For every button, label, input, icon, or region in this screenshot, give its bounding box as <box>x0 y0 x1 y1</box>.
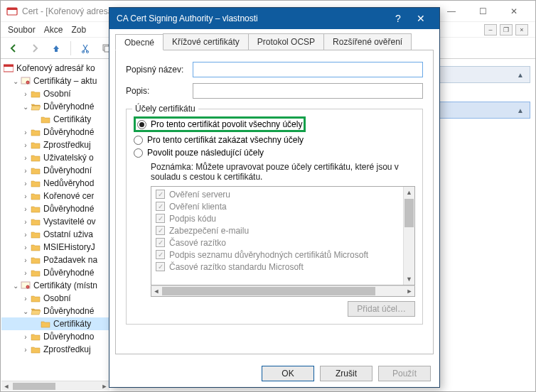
scroll-left-icon[interactable]: ◄ <box>151 287 161 295</box>
tree-item[interactable]: ›Zprostředkuj <box>1 138 109 151</box>
scroll-down-icon[interactable]: ▼ <box>404 273 414 285</box>
tree-item[interactable]: ›Nedůvěryhod <box>1 177 109 190</box>
tab-extended[interactable]: Rozšířené ověření <box>323 33 412 50</box>
tree-item[interactable]: ›Důvěryhodné <box>1 266 109 279</box>
expand-icon[interactable]: › <box>21 244 30 251</box>
listbox-horizontal-scrollbar[interactable]: ◄ ► <box>151 285 415 297</box>
tree-panel[interactable]: Kořenový adresář ko ⌄ Certifikáty – aktu… <box>1 60 109 380</box>
expand-icon[interactable]: › <box>21 90 30 98</box>
expand-icon[interactable]: › <box>21 295 30 303</box>
listbox-vertical-scrollbar[interactable]: ▲ ▼ <box>403 187 414 285</box>
cert-icon <box>20 76 31 86</box>
friendly-name-input[interactable] <box>193 62 423 77</box>
tree-root[interactable]: Kořenový adresář ko <box>1 62 109 75</box>
tree-item[interactable]: ›Osobní <box>1 292 109 305</box>
expand-icon[interactable]: › <box>21 269 30 277</box>
scroll-thumb[interactable] <box>162 287 375 295</box>
tree-item[interactable]: ›Důvěryhodné <box>1 202 109 215</box>
ok-button[interactable]: OK <box>262 366 314 381</box>
expand-icon[interactable]: › <box>21 192 30 200</box>
expand-icon[interactable]: › <box>21 231 30 239</box>
menu-view[interactable]: Zob <box>71 25 86 35</box>
purpose-item: ✓Časové razítko <box>153 236 402 249</box>
expand-icon[interactable]: › <box>21 129 30 136</box>
collapse-icon[interactable]: ⌄ <box>21 103 30 111</box>
purpose-item: ✓Podpis kódu <box>153 212 402 224</box>
expand-icon[interactable]: › <box>21 154 30 162</box>
tree-item[interactable]: ›Uživatelský o <box>1 151 109 164</box>
scroll-thumb[interactable] <box>404 199 414 227</box>
checkbox-disabled: ✓ <box>156 214 165 223</box>
maximize-button[interactable]: ☐ <box>467 1 498 21</box>
expand-icon[interactable]: › <box>21 218 30 226</box>
purpose-item: ✓Ověření serveru <box>153 188 402 200</box>
collapse-icon[interactable]: ⌄ <box>11 282 20 290</box>
tree-item[interactable]: ›Důvěryhodné <box>1 126 109 138</box>
tree-item[interactable]: ›Kořenové cer <box>1 190 109 202</box>
scroll-right-icon[interactable]: ► <box>100 382 109 391</box>
back-button[interactable] <box>5 40 22 57</box>
dialog-close-button[interactable]: ✕ <box>409 8 432 29</box>
tree-item[interactable]: ›Důvěryhodní <box>1 164 109 177</box>
scroll-up-icon[interactable]: ▲ <box>404 187 414 198</box>
tree-item[interactable]: ›Zprostředkuj <box>1 343 109 356</box>
tree-group-1[interactable]: ⌄ Certifikáty – aktu <box>1 75 109 87</box>
tree-item[interactable]: Certifikáty <box>1 317 109 330</box>
apply-button[interactable]: Použít <box>378 366 431 381</box>
tree-item[interactable]: ⌄Důvěryhodné <box>1 100 109 113</box>
cancel-button[interactable]: Zrušit <box>320 366 372 381</box>
dialog-tabs: Obecné Křížové certifikáty Protokol OCSP… <box>109 29 439 50</box>
expand-icon[interactable]: › <box>21 141 30 149</box>
expand-icon[interactable]: › <box>21 346 30 354</box>
tree-group-2[interactable]: ⌄ Certifikáty (místn <box>1 279 109 292</box>
folder-icon <box>30 204 41 214</box>
collapse-icon[interactable]: ⌄ <box>21 307 30 315</box>
tree-item[interactable]: ›Vystavitelé ov <box>1 215 109 228</box>
menu-file[interactable]: Soubor <box>8 25 36 35</box>
forward-button[interactable] <box>26 40 43 57</box>
checkbox-disabled: ✓ <box>156 202 165 211</box>
tree-item[interactable]: ›Ostatní uživa <box>1 228 109 241</box>
radio-enable-all[interactable] <box>137 120 146 129</box>
expand-icon[interactable]: › <box>21 205 30 213</box>
tree-item[interactable]: ›Osobní <box>1 87 109 100</box>
collapse-icon[interactable]: ⌄ <box>11 77 20 85</box>
up-button[interactable] <box>48 40 65 57</box>
scroll-thumb[interactable] <box>13 383 55 390</box>
add-purpose-button[interactable]: Přidat účel… <box>348 301 415 317</box>
app-icon <box>6 6 18 17</box>
expand-icon[interactable]: › <box>21 256 30 264</box>
expand-icon[interactable]: › <box>21 180 30 187</box>
close-button[interactable]: ✕ <box>498 1 530 21</box>
tab-cross-certs[interactable]: Křížové certifikáty <box>163 33 249 50</box>
tree-item[interactable]: ›Požadavek na <box>1 254 109 266</box>
friendly-name-label: Popisný název: <box>126 65 188 75</box>
tree-item[interactable]: ›MSIEHistoryJ <box>1 241 109 254</box>
radio-enable-only[interactable] <box>134 148 143 158</box>
mdi-close[interactable]: × <box>515 24 528 36</box>
tree-item[interactable]: ›Důvěryhodno <box>1 330 109 343</box>
expand-icon[interactable]: › <box>21 333 30 341</box>
description-input[interactable] <box>193 83 423 99</box>
folder-icon <box>40 319 51 329</box>
menu-action[interactable]: Akce <box>44 25 63 35</box>
tab-ocsp[interactable]: Protokol OCSP <box>248 33 324 50</box>
purpose-item: ✓Zabezpečení e-mailu <box>153 224 402 236</box>
mdi-restore[interactable]: ❐ <box>500 24 513 36</box>
scroll-right-icon[interactable]: ► <box>404 287 414 295</box>
cut-button[interactable] <box>77 40 94 57</box>
tree-item[interactable]: Certifikáty <box>1 113 109 126</box>
tab-general[interactable]: Obecné <box>115 34 164 50</box>
mdi-minimize[interactable]: – <box>484 24 497 36</box>
tree-item[interactable]: ⌄Důvěryhodné <box>1 305 109 317</box>
tree-horizontal-scrollbar[interactable]: ◄ ► <box>1 381 109 391</box>
folder-icon <box>30 255 41 265</box>
dialog-titlebar[interactable]: CA Cert Signing Authority – vlastnosti ?… <box>109 8 439 29</box>
dialog-help-button[interactable]: ? <box>387 8 409 29</box>
minimize-button[interactable]: — <box>436 1 467 21</box>
radio-disable-all[interactable] <box>134 136 143 145</box>
scroll-left-icon[interactable]: ◄ <box>1 382 11 391</box>
expand-icon[interactable]: › <box>21 167 30 175</box>
collapse-arrow-icon: ▲ <box>517 107 524 114</box>
folder-icon <box>40 114 51 124</box>
